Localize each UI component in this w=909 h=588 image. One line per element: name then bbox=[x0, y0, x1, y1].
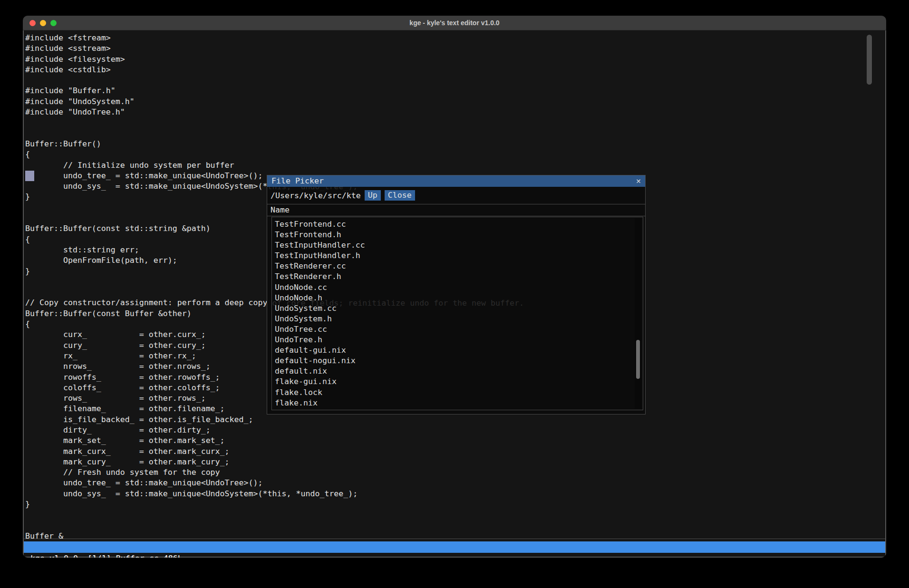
file-item[interactable]: UndoSystem.cc bbox=[275, 303, 643, 314]
file-list-scrollbar-thumb[interactable] bbox=[636, 340, 640, 379]
code-line: // Initialize undo system per buffer bbox=[25, 160, 524, 171]
code-line: is_file_backed_ = other.is_file_backed_; bbox=[25, 414, 524, 425]
editor-scrollbar-thumb[interactable] bbox=[867, 35, 872, 85]
file-item[interactable]: TestFrontend.cc bbox=[275, 219, 643, 230]
column-header-name: Name bbox=[267, 204, 645, 216]
file-item[interactable]: default.nix bbox=[275, 366, 643, 376]
code-line: Buffer & bbox=[25, 531, 524, 541]
current-path: /Users/kyle/src/kte bbox=[271, 191, 361, 200]
file-item[interactable]: default-gui.nix bbox=[275, 345, 643, 356]
file-list: TestFrontend.ccTestFrontend.hTestInputHa… bbox=[271, 217, 643, 410]
file-item[interactable]: UndoNode.cc bbox=[275, 282, 643, 293]
code-line: mark_cury_ = other.mark_cury_; bbox=[25, 457, 524, 467]
file-item[interactable]: TestRenderer.cc bbox=[275, 261, 643, 271]
up-button[interactable]: Up bbox=[365, 190, 381, 201]
code-line bbox=[25, 510, 524, 520]
file-list-items: TestFrontend.ccTestFrontend.hTestInputHa… bbox=[272, 217, 643, 408]
code-line: #include <filesystem> bbox=[25, 54, 524, 65]
code-line: { bbox=[25, 149, 524, 160]
code-line: Buffer::Buffer() bbox=[25, 139, 524, 149]
file-item[interactable]: TestInputHandler.cc bbox=[275, 240, 643, 251]
code-line bbox=[25, 117, 524, 128]
code-line: #include "UndoTree.h" bbox=[25, 107, 524, 117]
code-line: } bbox=[25, 499, 524, 510]
code-line: undo_tree_ = std::make_unique<UndoTree>(… bbox=[25, 478, 524, 488]
file-list-scrollbar-track[interactable] bbox=[635, 218, 641, 409]
path-row: /Users/kyle/src/kte Up Close bbox=[267, 187, 645, 204]
code-line: // Fresh undo system for the copy bbox=[25, 467, 524, 478]
code-line: #include "UndoSystem.h" bbox=[25, 96, 524, 107]
editor-window: kge - kyle's text editor v1.0.0 #include… bbox=[23, 16, 886, 558]
status-divider bbox=[24, 539, 885, 539]
window-title: kge - kyle's text editor v1.0.0 bbox=[409, 16, 499, 30]
code-line bbox=[25, 521, 524, 531]
code-line: #include "Buffer.h" bbox=[25, 86, 524, 96]
code-line: dirty_ = other.dirty_; bbox=[25, 425, 524, 435]
code-line: #include <sstream> bbox=[25, 43, 524, 54]
traffic-light-close-icon[interactable] bbox=[29, 20, 36, 26]
file-item[interactable]: TestInputHandler.h bbox=[275, 251, 643, 261]
traffic-light-zoom-icon[interactable] bbox=[50, 20, 57, 26]
code-line: mark_curx_ = other.mark_curx_; bbox=[25, 446, 524, 457]
close-icon[interactable]: ✕ bbox=[636, 175, 641, 187]
code-line: undo_sys_ = std::make_unique<UndoSystem>… bbox=[25, 489, 524, 499]
traffic-light-minimize-icon[interactable] bbox=[40, 20, 46, 26]
file-item[interactable]: flake.lock bbox=[275, 387, 643, 398]
window-titlebar[interactable]: kge - kyle's text editor v1.0.0 bbox=[23, 16, 886, 30]
status-file-info: kge v1.0.0 [1/1] Buffer.cc 486L bbox=[30, 553, 183, 558]
code-line: #include <fstream> bbox=[25, 33, 524, 43]
code-line: mark_set_ = other.mark_set_; bbox=[25, 435, 524, 446]
file-item[interactable]: UndoTree.cc bbox=[275, 324, 643, 335]
status-bar: kge v1.0.0 [1/1] Buffer.cc 486L Open Fil… bbox=[24, 541, 885, 553]
code-line bbox=[25, 128, 524, 139]
file-item[interactable]: flake-gui.nix bbox=[275, 376, 643, 387]
file-picker-dialog: undo_sys_ = std::make_unique<UndoSystem>… bbox=[267, 175, 646, 414]
code-line bbox=[25, 75, 524, 86]
dialog-title: File Picker bbox=[271, 175, 324, 187]
file-item[interactable]: UndoNode.h bbox=[275, 293, 643, 303]
traffic-lights bbox=[29, 16, 57, 30]
file-item[interactable]: TestRenderer.h bbox=[275, 271, 643, 282]
file-item[interactable]: UndoSystem.h bbox=[275, 314, 643, 324]
code-line: #include <cstdlib> bbox=[25, 65, 524, 75]
file-item[interactable]: flake.nix bbox=[275, 398, 643, 408]
file-item[interactable]: TestFrontend.h bbox=[275, 230, 643, 240]
close-button[interactable]: Close bbox=[385, 190, 415, 201]
dialog-titlebar[interactable]: File Picker ✕ bbox=[267, 175, 645, 187]
file-item[interactable]: default-nogui.nix bbox=[275, 356, 643, 366]
file-item[interactable]: UndoTree.h bbox=[275, 335, 643, 345]
